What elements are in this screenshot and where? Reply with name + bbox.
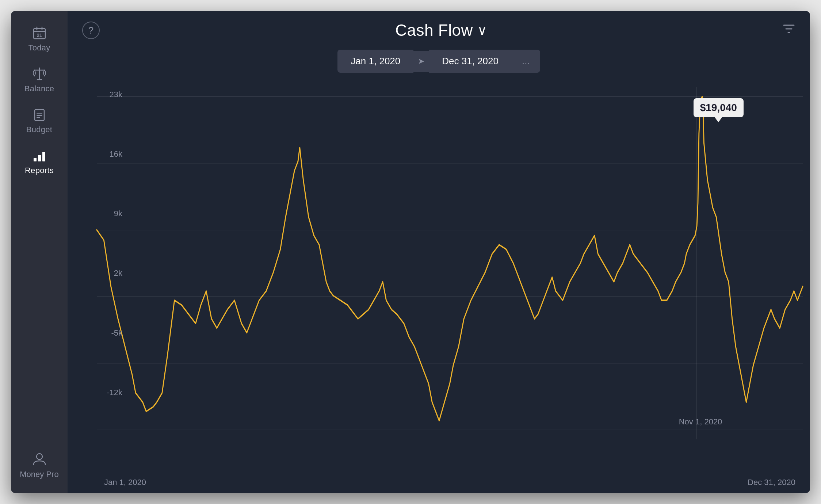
date-more-button[interactable]: ... xyxy=(512,50,540,73)
y-label-neg5k: -5k xyxy=(97,328,122,338)
date-range-bar: Jan 1, 2020 ➤ Dec 31, 2020 ... xyxy=(68,50,810,80)
date-arrow-icon: ➤ xyxy=(413,51,429,72)
sidebar-item-reports[interactable]: Reports xyxy=(11,141,68,182)
sidebar-item-reports-label: Reports xyxy=(25,166,54,175)
sidebar-item-today[interactable]: 21 Today xyxy=(11,18,68,59)
x-label-end: Dec 31, 2020 xyxy=(748,478,795,487)
svg-rect-12 xyxy=(34,158,37,161)
sidebar-item-balance-label: Balance xyxy=(24,84,54,93)
main-window: 21 Today Balance xyxy=(11,11,810,493)
main-content: ? Cash Flow ∨ Jan 1, 2020 ➤ Dec 31, 2020… xyxy=(68,11,810,493)
y-label-neg12k: -12k xyxy=(97,388,122,397)
x-axis-labels: Jan 1, 2020 Dec 31, 2020 xyxy=(68,478,803,493)
y-label-23k: 23k xyxy=(97,90,122,99)
sidebar-item-budget-label: Budget xyxy=(26,125,53,134)
chevron-down-icon: ∨ xyxy=(477,23,487,38)
date-start-button[interactable]: Jan 1, 2020 xyxy=(337,50,413,73)
help-button[interactable]: ? xyxy=(82,22,100,39)
cash-flow-chart xyxy=(97,87,803,448)
sidebar-item-balance[interactable]: Balance xyxy=(11,59,68,100)
money-pro-label: Money Pro xyxy=(20,470,58,479)
top-bar: ? Cash Flow ∨ xyxy=(68,11,810,50)
app-container: 21 Today Balance xyxy=(0,0,821,504)
balance-icon xyxy=(31,66,47,82)
svg-point-15 xyxy=(37,454,42,459)
calendar-icon: 21 xyxy=(31,25,47,41)
svg-rect-14 xyxy=(42,152,45,161)
budget-icon xyxy=(31,107,47,123)
x-label-start: Jan 1, 2020 xyxy=(104,478,146,487)
y-label-9k: 9k xyxy=(97,209,122,218)
date-end-button[interactable]: Dec 31, 2020 xyxy=(429,50,512,73)
sidebar-item-budget[interactable]: Budget xyxy=(11,100,68,141)
page-title: Cash Flow xyxy=(395,21,473,39)
user-icon xyxy=(32,451,47,467)
y-label-2k: 2k xyxy=(97,268,122,278)
sidebar-item-user[interactable]: Money Pro xyxy=(11,445,68,486)
title-dropdown[interactable]: Cash Flow ∨ xyxy=(395,21,486,39)
filter-button[interactable] xyxy=(782,22,795,39)
svg-rect-13 xyxy=(38,155,41,161)
sidebar-item-today-label: Today xyxy=(28,43,50,53)
chart-area: 23k 16k 9k 2k -5k -12k xyxy=(68,80,810,478)
svg-text:21: 21 xyxy=(37,33,42,38)
chart-container: 23k 16k 9k 2k -5k -12k xyxy=(97,87,803,448)
y-label-16k: 16k xyxy=(97,149,122,159)
nov-label: Nov 1, 2020 xyxy=(679,417,722,427)
reports-icon xyxy=(31,148,47,164)
sidebar: 21 Today Balance xyxy=(11,11,68,493)
